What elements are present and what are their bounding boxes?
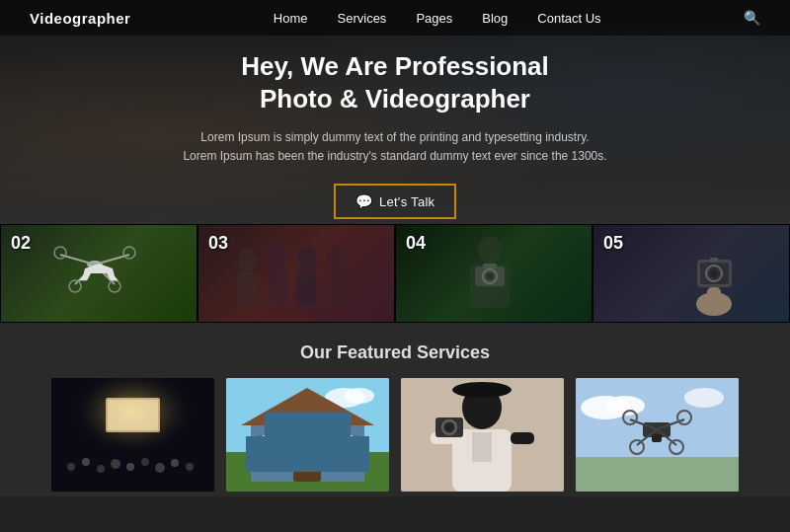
svg-point-9 — [238, 248, 258, 271]
svg-point-26 — [710, 269, 718, 277]
gallery-item-02[interactable]: 02 — [0, 224, 198, 323]
navbar: Videographer Home Services Pages Blog Co… — [0, 0, 790, 36]
gallery-num-02: 02 — [11, 233, 31, 254]
whatsapp-icon: 💬 — [356, 193, 372, 209]
svg-rect-67 — [472, 432, 492, 462]
svg-point-33 — [82, 458, 90, 466]
gallery-item-04[interactable]: 04 — [395, 224, 592, 323]
svg-point-8 — [109, 280, 120, 292]
svg-point-36 — [126, 463, 134, 471]
nav-contact[interactable]: Contact Us — [537, 11, 600, 26]
nav-blog[interactable]: Blog — [482, 11, 508, 26]
svg-point-11 — [297, 247, 317, 270]
svg-point-34 — [97, 465, 105, 473]
svg-rect-72 — [576, 457, 739, 492]
featured-card-house[interactable] — [226, 378, 389, 492]
featured-card-photographer[interactable] — [401, 378, 564, 492]
svg-point-40 — [186, 463, 194, 471]
svg-rect-53 — [258, 435, 263, 453]
gallery-item-03[interactable]: 03 — [198, 224, 395, 323]
hero-title-line1: Hey, We Are Professional — [241, 51, 549, 81]
svg-rect-16 — [327, 269, 347, 306]
svg-point-38 — [155, 463, 165, 473]
svg-point-71 — [684, 388, 724, 408]
svg-point-45 — [345, 388, 374, 404]
svg-point-50 — [315, 466, 319, 470]
svg-point-35 — [111, 459, 120, 469]
svg-rect-82 — [652, 434, 662, 442]
svg-rect-63 — [511, 432, 534, 444]
svg-point-32 — [67, 463, 75, 471]
svg-point-5 — [54, 247, 66, 259]
svg-point-66 — [445, 423, 453, 431]
hero-subtitle: Lorem Ipsum is simply dummy text of the … — [183, 128, 606, 166]
svg-rect-29 — [707, 287, 721, 305]
svg-point-37 — [141, 458, 149, 466]
svg-rect-27 — [710, 258, 718, 262]
svg-point-7 — [69, 280, 81, 292]
search-icon[interactable]: 🔍 — [744, 10, 760, 27]
svg-point-21 — [486, 272, 494, 280]
svg-rect-14 — [268, 269, 288, 306]
featured-title: Our Featured Services — [30, 342, 760, 363]
svg-rect-13 — [238, 271, 258, 306]
nav-links: Home Services Pages Blog Contact Us — [274, 11, 601, 26]
svg-point-12 — [327, 246, 347, 269]
svg-rect-31 — [51, 378, 214, 492]
svg-rect-42 — [108, 400, 158, 430]
svg-rect-52 — [330, 435, 355, 453]
nav-home[interactable]: Home — [274, 11, 308, 26]
nav-pages[interactable]: Pages — [416, 11, 452, 26]
svg-rect-51 — [261, 435, 285, 453]
gallery-num-03: 03 — [208, 233, 228, 254]
gallery-item-05[interactable]: 05 — [592, 224, 790, 323]
svg-rect-56 — [353, 435, 357, 453]
svg-point-39 — [171, 459, 179, 467]
hero-title: Hey, We Are Professional Photo & Videogr… — [183, 50, 606, 117]
gallery-row: 02 03 — [0, 224, 790, 323]
hero-title-line2: Photo & Videographer — [260, 84, 530, 114]
svg-rect-49 — [293, 452, 321, 482]
featured-section: Our Featured Services — [0, 323, 790, 496]
svg-point-10 — [267, 244, 288, 269]
gallery-num-05: 05 — [603, 233, 623, 254]
hero-content: Hey, We Are Professional Photo & Videogr… — [183, 40, 606, 220]
svg-rect-54 — [283, 435, 288, 453]
svg-rect-15 — [297, 270, 317, 306]
cta-label: Let's Talk — [379, 194, 435, 209]
svg-rect-55 — [327, 435, 332, 453]
svg-point-17 — [478, 236, 502, 264]
cta-button[interactable]: 💬 Let's Talk — [334, 184, 457, 219]
site-brand: Videographer — [30, 10, 130, 27]
nav-services[interactable]: Services — [338, 11, 387, 26]
featured-card-concert[interactable] — [51, 378, 214, 492]
gallery-num-04: 04 — [406, 233, 426, 254]
svg-rect-60 — [460, 386, 504, 394]
svg-point-6 — [123, 247, 135, 259]
featured-grid — [30, 378, 760, 492]
featured-card-drone[interactable] — [576, 378, 739, 492]
svg-rect-22 — [483, 264, 497, 268]
